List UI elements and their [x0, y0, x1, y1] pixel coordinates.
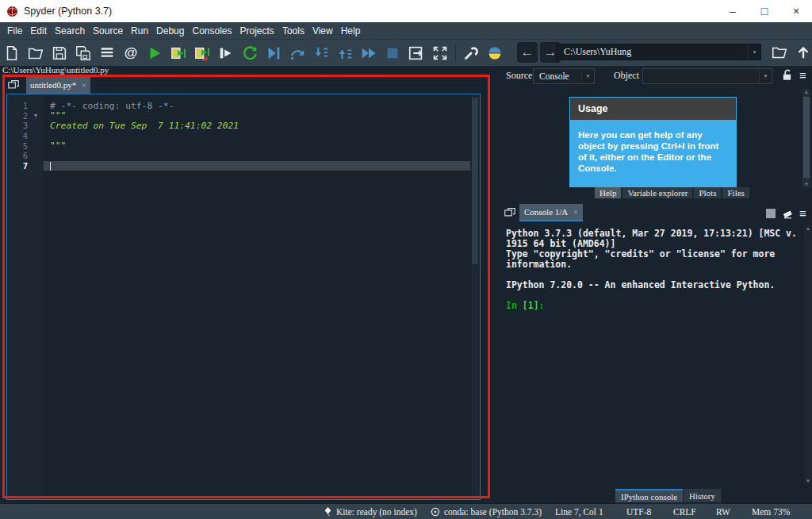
scrollbar-thumb[interactable] [472, 98, 478, 264]
console-options-menu-button[interactable]: ≡ [799, 207, 806, 219]
conda-status: conda: base (Python 3.7.3) [431, 504, 542, 519]
menu-file[interactable]: File [3, 25, 26, 37]
run-cell-button[interactable] [168, 43, 189, 63]
window-title: Spyder (Python 3.7) [24, 6, 112, 17]
preferences-button[interactable] [461, 43, 481, 63]
open-directory-button[interactable] [769, 42, 790, 63]
menu-bar: File Edit Search Source Run Debug Consol… [0, 22, 812, 39]
code-line: 2 ▾ """ [7, 111, 480, 121]
usage-paragraph-1: Here you can get help of any object by p… [578, 129, 728, 174]
console-browse-tabs-button[interactable] [503, 206, 517, 219]
run-selection-button[interactable] [216, 43, 236, 63]
menu-search[interactable]: Search [51, 25, 89, 37]
ipython-console-output[interactable]: Python 3.7.3 (default, Mar 27 2019, 17:1… [506, 229, 807, 311]
menu-help[interactable]: Help [337, 25, 365, 37]
tab-close-icon[interactable]: × [573, 208, 578, 217]
help-source-combo[interactable]: Console ▾ [533, 68, 595, 84]
console-scrollbar[interactable]: ▲ ▼ [804, 225, 812, 484]
find-symbols-button[interactable]: @ [121, 43, 141, 63]
step-over-button[interactable] [287, 43, 308, 63]
scroll-up-icon[interactable]: ▲ [804, 226, 812, 231]
step-into-button[interactable] [311, 43, 331, 63]
tab-plots[interactable]: Plots [694, 187, 721, 198]
editor-browse-tabs-button[interactable] [6, 79, 21, 91]
memory-usage: Mem 73% [752, 504, 790, 519]
tab-help[interactable]: Help [595, 187, 621, 198]
scroll-down-icon[interactable]: ▼ [802, 182, 810, 186]
help-source-value: Console [539, 71, 569, 81]
step-return-icon [336, 44, 354, 62]
editor-pane[interactable]: 1 # -*- coding: utf-8 -*- 2 ▾ """ 3 Crea… [6, 94, 481, 500]
step-over-icon [289, 44, 306, 62]
file-switcher-button[interactable] [97, 43, 117, 63]
menu-tools[interactable]: Tools [278, 25, 308, 37]
run-cell-and-advance-button[interactable] [192, 43, 213, 63]
stop-debugging-button[interactable] [382, 43, 403, 63]
help-object-combo[interactable]: ▾ [642, 68, 772, 84]
console-tab[interactable]: Console 1/A × [519, 204, 583, 221]
save-all-button[interactable] [73, 43, 94, 63]
scroll-up-icon[interactable]: ▲ [802, 90, 810, 94]
dropdown-arrow-icon[interactable]: ▾ [748, 44, 760, 60]
menu-source[interactable]: Source [89, 25, 127, 37]
pythonpath-manager-button[interactable] [485, 43, 505, 63]
open-file-button[interactable] [25, 43, 46, 63]
open-ipython-console-button[interactable] [406, 43, 427, 63]
help-options-menu-button[interactable]: ≡ [799, 69, 806, 81]
run-file-button[interactable] [144, 43, 165, 63]
browse-tabs-icon [504, 207, 516, 218]
line-number: 6 [7, 151, 28, 160]
help-scrollbar[interactable]: ▲ ▼ [802, 89, 810, 187]
editor-code-area[interactable]: 1 # -*- coding: utf-8 -*- 2 ▾ """ 3 Crea… [7, 101, 480, 171]
help-lock-button[interactable] [780, 68, 794, 85]
line-number: 2 [7, 111, 28, 121]
maximize-pane-icon [431, 44, 449, 62]
working-directory-combo[interactable]: C:\Users\YuHung ▾ [557, 44, 761, 60]
back-button[interactable]: ← [517, 42, 538, 63]
line-number: 3 [7, 121, 28, 130]
forward-arrow-icon: → [544, 44, 557, 60]
menu-run[interactable]: Run [127, 25, 152, 37]
open-folder-icon [27, 44, 44, 62]
tab-close-icon[interactable]: × [82, 81, 86, 90]
save-icon [51, 44, 68, 62]
dropdown-arrow-icon[interactable]: ▾ [581, 69, 594, 83]
at-symbol-icon: @ [124, 45, 138, 61]
menu-projects[interactable]: Projects [236, 25, 278, 37]
debug-file-button[interactable] [263, 43, 284, 63]
console-line: IPython 7.20.0 -- An enhanced Interactiv… [506, 280, 807, 290]
scrollbar-thumb[interactable] [803, 97, 810, 178]
step-return-button[interactable] [335, 43, 355, 63]
re-run-last-cell-button[interactable] [239, 43, 260, 63]
editor-tab-untitled0[interactable]: untitled0.py* × [26, 76, 90, 94]
save-file-button[interactable] [49, 43, 70, 63]
minimize-button[interactable]: – [717, 0, 749, 22]
continue-execution-button[interactable] [358, 43, 379, 63]
close-button[interactable]: × [780, 0, 812, 22]
menu-view[interactable]: View [308, 25, 337, 37]
console-interrupt-button[interactable] [766, 209, 776, 218]
menu-edit[interactable]: Edit [26, 25, 51, 37]
maximize-button[interactable]: □ [749, 0, 780, 22]
line-number: 7 [7, 161, 28, 171]
line-ending: CRLF [673, 504, 696, 519]
new-file-button[interactable] [2, 43, 22, 63]
editor-vertical-scrollbar[interactable] [472, 96, 478, 498]
parent-directory-button[interactable] [793, 42, 812, 63]
tab-files[interactable]: Files [722, 187, 749, 198]
dropdown-arrow-icon[interactable]: ▾ [759, 69, 772, 83]
rerun-icon [241, 44, 259, 62]
fold-marker-icon[interactable]: ▾ [28, 112, 44, 119]
scroll-down-icon[interactable]: ▼ [804, 479, 812, 483]
menu-debug[interactable]: Debug [152, 25, 188, 37]
maximize-pane-button[interactable] [430, 43, 450, 63]
tab-ipython-console[interactable]: IPython console [615, 489, 683, 502]
tab-variable-explorer[interactable]: Variable explorer [622, 187, 692, 198]
usage-body: Here you can get help of any object by p… [570, 121, 736, 187]
tab-history[interactable]: History [684, 489, 721, 502]
code-line: 6 [7, 151, 480, 161]
menu-consoles[interactable]: Consoles [188, 25, 236, 37]
console-clear-button[interactable] [782, 208, 794, 223]
spyder-logo-icon [6, 6, 18, 17]
conda-icon [431, 507, 440, 517]
